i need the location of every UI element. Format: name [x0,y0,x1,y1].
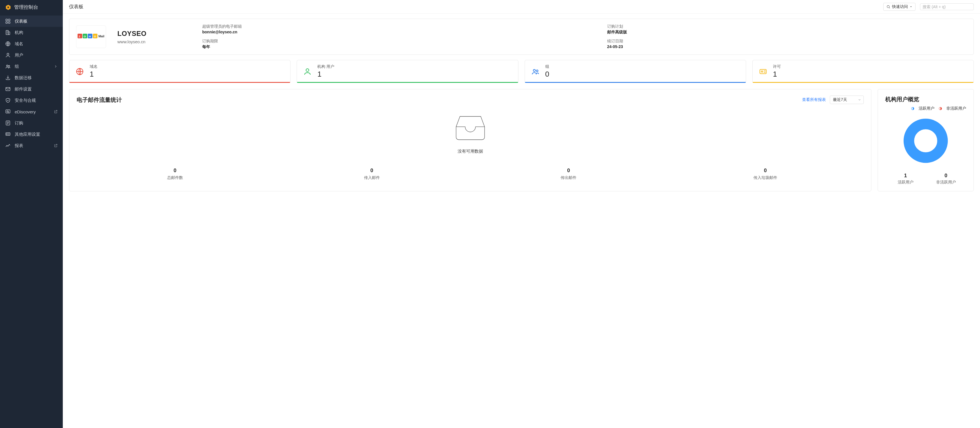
panel-title: 电子邮件流量统计 [76,96,122,104]
sidebar-header: 管理控制台 [0,0,63,14]
date-range-select[interactable]: 最近7天 [830,95,864,104]
meta-label: 续订日期 [607,39,967,44]
legend-inactive-label: 非活跃用户 [947,106,966,111]
ediscovery-icon [5,109,11,114]
sidebar-item-users[interactable]: 用户 [0,49,63,61]
meta-admin-email: 超级管理员的电子邮箱 bonnie@loyseo.cn [202,24,562,35]
chevron-down-icon [910,5,912,8]
traffic-stat-incoming: 0 传入邮件 [274,168,470,180]
sidebar-item-organization[interactable]: 机构 [0,27,63,38]
sidebar-item-subscription[interactable]: 订购 [0,117,63,128]
globe-icon [75,67,84,76]
sidebar-item-dashboard[interactable]: 仪表板 [0,16,63,27]
sidebar-item-label: 其他应用设置 [15,132,40,137]
sidebar-item-security[interactable]: 安全与合规 [0,95,63,106]
svg-point-33 [909,124,943,158]
svg-point-32 [761,71,763,72]
svg-text:Z: Z [79,35,80,38]
migration-icon [5,75,11,81]
shield-icon [5,98,11,103]
svg-text:O: O [94,35,96,38]
stat-tile-licenses[interactable]: 许可 1 [752,60,974,83]
stat-value: 0 [667,168,864,174]
traffic-stat-total: 0 总邮件数 [76,168,274,180]
quick-access-dropdown[interactable]: 快速访问 [883,3,915,11]
sidebar-item-ediscovery[interactable]: eDiscovery [0,106,63,117]
sidebar-item-reports[interactable]: 报表 [0,140,63,151]
stat-value: 1 [90,70,97,79]
topbar: 仪表板 快速访问 [63,0,980,14]
count: 0 [926,173,966,179]
mail-settings-icon [5,86,11,92]
svg-text:H: H [89,35,91,38]
svg-point-9 [6,65,8,67]
meta-value: 24-05-23 [607,44,967,49]
stat-label: 许可 [773,64,781,69]
stat-value: 0 [470,168,667,174]
page-title: 仪表板 [69,3,83,10]
legend-inactive-icon [939,106,942,111]
legend-active-label: 活跃用户 [919,106,934,111]
email-traffic-panel: 电子邮件流量统计 查看所有报表 最近7天 [69,89,872,192]
stat-label: 传入邮件 [274,175,470,180]
svg-point-29 [533,69,535,71]
traffic-stat-outgoing: 0 传出邮件 [470,168,667,180]
other-apps-icon [5,132,11,137]
svg-rect-5 [6,30,8,35]
sidebar-title: 管理控制台 [14,4,38,11]
external-link-icon [54,110,58,114]
legend: 活跃用户 非活跃用户 [885,106,966,111]
overview-active: 1 活跃用户 [885,173,926,185]
search-input[interactable] [923,5,971,9]
stat-tile-domains[interactable]: 域名 1 [69,60,291,83]
svg-text:Mail: Mail [99,35,104,38]
search-icon [886,5,890,9]
reports-icon [5,143,11,148]
count: 1 [885,173,926,179]
view-all-reports-link[interactable]: 查看所有报表 [802,97,826,102]
svg-rect-3 [6,22,8,24]
svg-rect-1 [6,19,8,21]
stat-value: 0 [76,168,274,174]
sidebar-item-label: 用户 [15,52,23,58]
sidebar-item-migration[interactable]: 数据迁移 [0,72,63,83]
meta-renew: 续订日期 24-05-23 [607,39,967,49]
svg-point-10 [8,65,10,67]
sidebar-item-label: eDiscovery [15,109,36,114]
meta-period: 订购期限 每年 [202,39,562,49]
groups-icon [5,63,11,69]
stat-tile-groups[interactable]: 组 0 [525,60,746,83]
svg-text:O: O [84,35,86,38]
sidebar-item-groups[interactable]: 组 [0,61,63,72]
quick-access-label: 快速访问 [892,4,908,10]
sidebar-item-label: 邮件设置 [15,87,32,92]
stat-label: 传出邮件 [470,175,667,180]
svg-rect-12 [6,110,10,113]
chevron-down-icon [858,98,861,101]
external-link-icon [54,144,58,147]
stats-row: 域名 1 机构 用户 1 组 0 [69,60,974,83]
sidebar-item-label: 安全与合规 [15,98,36,103]
svg-point-13 [7,111,8,112]
stat-tile-users[interactable]: 机构 用户 1 [297,60,518,83]
sidebar-item-other-apps[interactable]: 其他应用设置 [0,128,63,140]
sidebar-item-label: 报表 [15,143,23,148]
donut-chart [902,117,950,165]
stat-value: 1 [317,70,334,79]
svg-rect-2 [8,19,10,21]
org-name: LOYSEO [118,30,191,38]
overview-inactive: 0 非活跃用户 [926,173,966,185]
meta-value: 每年 [202,44,562,49]
empty-state: 没有可用数据 [76,104,864,157]
stat-label: 组 [545,64,549,69]
inbox-empty-icon [452,113,489,144]
label: 活跃用户 [885,180,926,185]
user-overview-panel: 机构用户概览 活跃用户 非活跃用户 [878,89,974,192]
svg-rect-31 [760,69,767,73]
organization-icon [5,30,11,35]
sidebar: 管理控制台 仪表板 机构 域名 用户 组 [0,0,63,428]
user-icon [5,52,11,58]
sidebar-item-domains[interactable]: 域名 [0,38,63,49]
sidebar-item-mail-settings[interactable]: 邮件设置 [0,83,63,95]
search-box[interactable] [920,3,974,10]
